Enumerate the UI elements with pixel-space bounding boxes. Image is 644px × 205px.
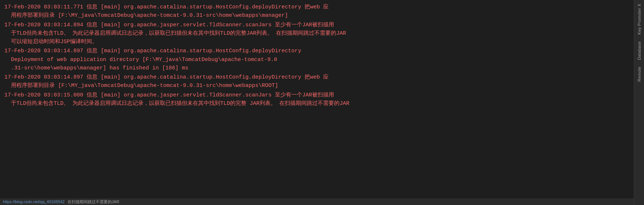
log-line: 17-Feb-2020 03:03:15.000 信息 [main] org.a… bbox=[4, 91, 629, 108]
console-output: 17-Feb-2020 03:03:11.771 信息 [main] org.a… bbox=[0, 0, 634, 205]
sidebar-tab-key-promoter[interactable]: Key Promoter X bbox=[636, 1, 642, 37]
log-line: 17-Feb-2020 03:03:11.771 信息 [main] org.a… bbox=[4, 3, 629, 20]
sidebar-tab-remote[interactable]: Remote bbox=[636, 64, 642, 84]
bottom-bar: https://blog.csdn.net/qq_40169542 在扫描期间跳… bbox=[0, 198, 634, 205]
sidebar-right: Key Promoter X Database Remote bbox=[634, 0, 644, 205]
bottom-hint: 在扫描期间跳过不需要的JAR bbox=[68, 199, 119, 205]
sidebar-tab-database[interactable]: Database bbox=[636, 39, 642, 62]
bottom-url-link[interactable]: https://blog.csdn.net/qq_40169542 bbox=[3, 200, 65, 204]
log-line: 17-Feb-2020 03:03:14.894 信息 [main] org.a… bbox=[4, 21, 629, 46]
log-area[interactable]: 17-Feb-2020 03:03:11.771 信息 [main] org.a… bbox=[4, 3, 629, 195]
bottom-url: https://blog.csdn.net/qq_40169542 bbox=[3, 200, 65, 204]
log-line: 17-Feb-2020 03:03:14.897 信息 [main] org.a… bbox=[4, 73, 629, 90]
log-line: 17-Feb-2020 03:03:14.897 信息 [main] org.a… bbox=[4, 47, 629, 72]
